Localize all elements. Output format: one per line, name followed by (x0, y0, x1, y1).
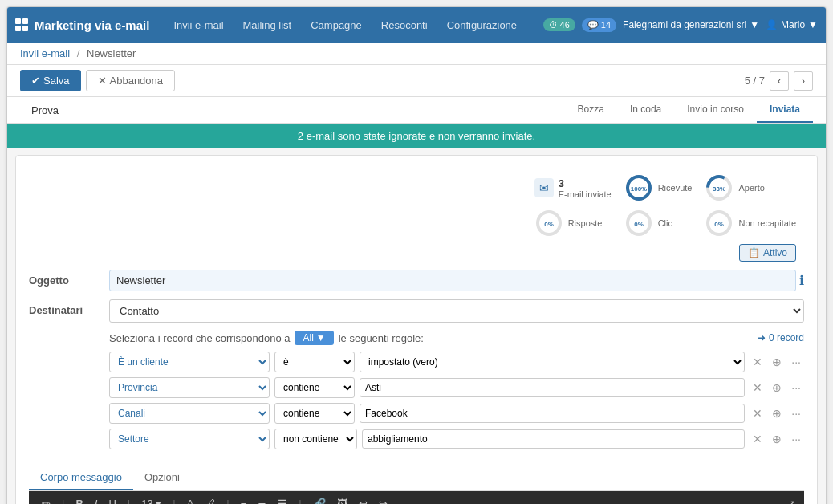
rule-op-0[interactable]: è (274, 352, 355, 372)
rule-more-1[interactable]: ··· (788, 380, 804, 396)
tool-bold[interactable]: B (72, 496, 86, 504)
all-button[interactable]: All ▼ (295, 331, 333, 345)
discard-icon: ✕ (98, 75, 107, 87)
menu-resoconti[interactable]: Resoconti (373, 16, 436, 35)
rule-field-3[interactable]: Settore (109, 429, 270, 449)
svg-text:33%: 33% (713, 185, 725, 193)
clicks-chart: 0% (624, 209, 653, 238)
rule-value-3[interactable] (362, 429, 745, 449)
rule-value-2[interactable] (360, 404, 745, 423)
undelivered-chart: 0% (705, 209, 733, 238)
logo-icon (15, 18, 28, 31)
stat-clicks: 0% Clic (624, 209, 693, 238)
tool-highlight[interactable]: 🖌 (201, 496, 218, 504)
tool-align[interactable]: ☰ (274, 496, 291, 504)
tool-sep1: | (59, 496, 67, 504)
subject-field: ℹ (109, 270, 804, 291)
recipients-select[interactable]: Contatto (109, 299, 804, 323)
menu-mailing-list[interactable]: Mailing list (235, 16, 300, 35)
action-toolbar: ✔ Salva ✕ Abbandona 5 / 7 ‹ › (7, 65, 826, 97)
topnav-right: ⏱ 46 💬 14 Falegnami da generazioni srl ▼… (543, 18, 818, 32)
rule-more-3[interactable]: ··· (788, 431, 804, 447)
rule-delete-0[interactable]: ✕ (750, 354, 766, 370)
tab-inviata[interactable]: Inviata (757, 97, 813, 123)
menu-configurazione[interactable]: Configurazione (439, 16, 525, 35)
tool-list-ul[interactable]: ≡ (238, 496, 250, 504)
tool-undo[interactable]: ↩ (356, 496, 371, 504)
tool-list-ol[interactable]: ≣ (254, 496, 270, 504)
email-icon: ✉ (534, 178, 554, 197)
rule-row-0: È un cliente è impostato (vero) ✕ (109, 352, 804, 372)
rule-more-2[interactable]: ··· (788, 405, 804, 421)
rule-more-0[interactable]: ··· (788, 354, 804, 370)
save-button[interactable]: ✔ Salva (20, 70, 81, 91)
app-logo[interactable]: Marketing via e-mail (15, 18, 149, 32)
toolbar-right: 5 / 7 ‹ › (745, 71, 813, 91)
rule-field-2[interactable]: Canali (109, 403, 270, 424)
tool-underline[interactable]: U (105, 496, 119, 504)
rules-header: Seleziona i record che corrispondono a A… (109, 331, 804, 345)
company-dropdown-icon: ▼ (750, 19, 759, 30)
toolbar-left: ✔ Salva ✕ Abbandona (20, 70, 175, 91)
dropdown-icon: ▼ (316, 332, 326, 343)
rules-prefix: Seleziona i record che corrispondono a (109, 332, 290, 344)
rule-add-3[interactable]: ⊕ (769, 431, 785, 447)
subject-label: Oggetto (29, 270, 109, 287)
rule-op-3[interactable]: non contiene (274, 429, 357, 449)
rule-op-1[interactable]: contiene (274, 377, 355, 398)
editor-toolbar: ✏ | B I U | 13 ▾ | A 🖌 | ≡ ≣ ☰ | 🔗 🖼 (29, 491, 804, 504)
recipients-label: Destinatari (29, 299, 109, 316)
tab-invio-in-corso[interactable]: Invio in corso (674, 97, 757, 123)
stats-section: ✉ 3 E-mail inviate 100% (29, 165, 804, 262)
user-menu[interactable]: 👤 Mario ▼ (766, 19, 818, 30)
rule-actions-3: ✕ ⊕ ··· (750, 431, 804, 447)
subject-info-icon[interactable]: ℹ (799, 273, 804, 288)
rule-delete-2[interactable]: ✕ (750, 405, 766, 421)
app-title: Marketing via e-mail (35, 18, 149, 32)
next-record-button[interactable]: › (794, 71, 813, 91)
status-tabs: Bozza In coda Invio in corso Inviata (565, 97, 813, 123)
recipients-field: Contatto (109, 299, 804, 323)
rule-row-3: Settore non contiene ✕ ⊕ ··· (109, 429, 804, 449)
rule-field-0[interactable]: È un cliente (109, 352, 270, 372)
tool-image[interactable]: 🖼 (334, 496, 351, 504)
discard-button[interactable]: ✕ Abbandona (86, 70, 176, 91)
rule-value-0[interactable]: impostato (vero) (360, 352, 745, 372)
tab-corpo-messaggio[interactable]: Corpo messaggio (29, 465, 133, 490)
tool-italic[interactable]: I (91, 496, 101, 504)
rule-value-1[interactable] (360, 378, 745, 397)
rule-add-2[interactable]: ⊕ (769, 405, 785, 421)
rule-actions-2: ✕ ⊕ ··· (750, 405, 804, 421)
tool-pencil[interactable]: ✏ (39, 496, 54, 504)
tool-link[interactable]: 🔗 (310, 496, 329, 504)
stat-responses: 0% Risposte (534, 209, 612, 238)
menu-invii-email[interactable]: Invii e-mail (165, 16, 231, 35)
save-icon: ✔ (31, 75, 40, 87)
rule-add-1[interactable]: ⊕ (769, 380, 785, 396)
rule-delete-3[interactable]: ✕ (750, 431, 766, 447)
rule-add-0[interactable]: ⊕ (769, 354, 785, 370)
prev-record-button[interactable]: ‹ (770, 71, 789, 91)
expand-editor-button[interactable]: ⤢ (786, 498, 796, 505)
chat-badge[interactable]: 💬 14 (582, 18, 616, 32)
tasks-badge[interactable]: ⏱ 46 (543, 18, 575, 31)
subject-input[interactable] (109, 270, 796, 291)
tab-in-coda[interactable]: In coda (617, 97, 674, 123)
rule-op-2[interactable]: contiene (274, 403, 355, 424)
tab-opzioni[interactable]: Opzioni (133, 465, 191, 490)
info-banner: 2 e-mail sono state ignorate e non verra… (7, 124, 826, 148)
tool-font-size[interactable]: 13 ▾ (138, 496, 165, 504)
rule-field-1[interactable]: Provincia (109, 377, 270, 398)
tool-redo[interactable]: ↪ (376, 496, 391, 504)
tab-bozza[interactable]: Bozza (565, 97, 617, 123)
company-selector[interactable]: Falegnami da generazioni srl ▼ (623, 19, 759, 30)
emails-sent-count: 3 (559, 177, 612, 189)
tool-font-color[interactable]: A (184, 496, 197, 504)
breadcrumb-parent[interactable]: Invii e-mail (20, 47, 70, 59)
breadcrumb-current: Newsletter (87, 47, 136, 59)
rules-label-placeholder (29, 331, 109, 335)
records-count: ➜ 0 record (758, 332, 804, 343)
subject-row: Oggetto ℹ (29, 270, 804, 291)
rule-delete-1[interactable]: ✕ (750, 380, 766, 396)
menu-campagne[interactable]: Campagne (303, 16, 370, 35)
